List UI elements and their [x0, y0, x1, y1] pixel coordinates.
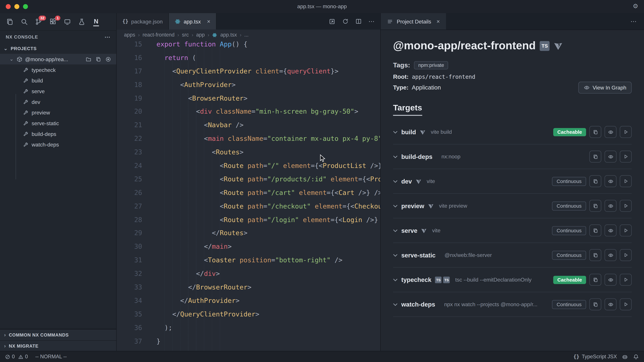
breadcrumb-item[interactable]: apps [124, 32, 135, 38]
notifications-bell-icon[interactable] [633, 354, 639, 360]
view-task-button[interactable] [604, 175, 616, 187]
code-line[interactable]: 23 <Routes> [117, 146, 380, 159]
copy-task-button[interactable] [589, 298, 601, 310]
close-tab-icon[interactable]: × [207, 18, 210, 25]
code-line[interactable]: 15export function App() { [117, 40, 380, 51]
target-name[interactable]: build [401, 129, 416, 136]
remote-explorer-icon[interactable] [63, 17, 72, 26]
view-task-button[interactable] [604, 274, 616, 286]
breadcrumb-item[interactable]: ... [244, 32, 249, 38]
code-line[interactable]: 35 </QueryClientProvider> [117, 308, 380, 321]
run-task-button[interactable] [620, 175, 632, 187]
tab-package-json[interactable]: {} package.json [117, 13, 169, 29]
chevron-down-icon[interactable] [393, 303, 398, 306]
run-task-button[interactable] [620, 126, 632, 138]
code-line[interactable]: 24 <Route path="/" element={<ProductList… [117, 159, 380, 173]
settings-gear-icon[interactable]: ⚙ [633, 2, 638, 10]
chevron-down-icon[interactable] [393, 179, 398, 183]
code-line[interactable]: 36 ); [117, 321, 380, 335]
search-icon[interactable] [20, 17, 28, 26]
copy-task-button[interactable] [589, 249, 601, 261]
sidebar-target-item[interactable]: preview [0, 107, 116, 118]
copy-task-button[interactable] [589, 175, 601, 187]
source-control-icon[interactable]: 32 [34, 17, 43, 26]
code-line[interactable]: 37} [117, 335, 380, 348]
run-task-button[interactable] [620, 249, 632, 261]
code-line[interactable]: 33 </BrowserRouter> [117, 281, 380, 294]
code-line[interactable]: 28 <Route path="/login" element={<Login … [117, 213, 380, 227]
run-task-button[interactable] [620, 274, 632, 286]
code-line[interactable]: 26 <Route path="/cart" element={<Cart />… [117, 186, 380, 200]
target-name[interactable]: preview [401, 202, 424, 209]
refresh-icon[interactable] [342, 18, 349, 25]
code-line[interactable]: 27 <Route path="/checkout" element={<Che… [117, 200, 380, 213]
problems-indicator[interactable]: 0 0 [5, 354, 28, 360]
code-line[interactable]: 22 <main className="container mx-auto px… [117, 132, 380, 146]
vim-mode-indicator[interactable]: -- NORMAL -- [35, 354, 67, 360]
breadcrumb-item[interactable]: src [182, 32, 189, 38]
breadcrumb-item[interactable]: app.tsx [220, 32, 237, 38]
run-task-button[interactable] [620, 298, 632, 310]
panel-more-icon[interactable]: ⋯ [104, 34, 110, 40]
view-in-graph-button[interactable]: View In Graph [578, 82, 632, 93]
code-line[interactable]: 34 </AuthProvider> [117, 294, 380, 308]
split-editor-icon[interactable] [355, 18, 362, 25]
open-editors-icon[interactable] [328, 18, 336, 25]
tree-item-project[interactable]: ⌄ @mono-app/rea... [0, 54, 116, 64]
sidebar-target-item[interactable]: serve [0, 86, 116, 96]
copy-task-button[interactable] [589, 274, 601, 286]
target-name[interactable]: serve [401, 227, 418, 234]
section-nx-migrate[interactable]: › NX MIGRATE [0, 340, 116, 351]
copy-task-button[interactable] [589, 225, 601, 237]
code-line[interactable]: 19 <BrowserRouter> [117, 92, 380, 105]
target-name[interactable]: typecheck [401, 276, 432, 283]
view-task-button[interactable] [604, 151, 616, 163]
run-task-button[interactable] [620, 200, 632, 212]
explorer-icon[interactable] [6, 17, 14, 26]
view-task-button[interactable] [604, 200, 616, 212]
tab-project-details[interactable]: Project Details × [381, 13, 446, 29]
sidebar-target-item[interactable]: watch-deps [0, 139, 116, 150]
view-task-button[interactable] [604, 126, 616, 138]
code-line[interactable]: 32 </div> [117, 267, 380, 281]
code-line[interactable]: 30 </main> [117, 240, 380, 254]
chevron-down-icon[interactable] [393, 229, 398, 232]
sidebar-target-item[interactable]: dev [0, 96, 116, 107]
chevron-down-icon[interactable] [393, 155, 398, 158]
sidebar-target-item[interactable]: build-deps [0, 129, 116, 139]
target-name[interactable]: build-deps [401, 153, 432, 160]
code-line[interactable]: 16 return ( [117, 51, 380, 65]
breadcrumb-item[interactable]: react-frontend [142, 32, 174, 38]
target-name[interactable]: watch-deps [401, 301, 435, 308]
target-name[interactable]: serve-static [401, 252, 436, 259]
folder-icon[interactable] [85, 56, 92, 62]
run-task-button[interactable] [620, 225, 632, 237]
run-task-button[interactable] [620, 151, 632, 163]
section-common-nx-commands[interactable]: › COMMON NX COMMANDS [0, 329, 116, 340]
code-line[interactable]: 29 </Routes> [117, 227, 380, 240]
target-icon[interactable] [105, 56, 111, 62]
tab-app-tsx[interactable]: app.tsx × [169, 13, 216, 29]
chevron-down-icon[interactable] [393, 253, 398, 257]
chevron-down-icon[interactable] [393, 204, 398, 207]
sidebar-target-item[interactable]: typecheck [0, 64, 116, 75]
code-line[interactable]: 31 <Toaster position="bottom-right" /> [117, 254, 380, 267]
testing-beaker-icon[interactable] [78, 17, 86, 26]
more-actions-icon[interactable]: ⋯ [368, 17, 375, 25]
sidebar-target-item[interactable]: serve-static [0, 118, 116, 129]
code-line[interactable]: 18 <AuthProvider> [117, 78, 380, 92]
view-task-button[interactable] [604, 298, 616, 310]
nx-console-icon[interactable]: N [92, 17, 100, 26]
more-actions-icon[interactable]: ⋯ [630, 17, 644, 25]
extensions-icon[interactable]: 1 [49, 17, 57, 26]
tree-section-projects[interactable]: ⌄ PROJECTS [0, 43, 116, 54]
view-task-button[interactable] [604, 249, 616, 261]
code-line[interactable]: 21 <Navbar /> [117, 119, 380, 132]
copy-icon[interactable] [95, 56, 102, 62]
copilot-icon[interactable] [622, 354, 628, 360]
code-line[interactable]: 20 <div className="min-h-screen bg-gray-… [117, 105, 380, 119]
copy-task-button[interactable] [589, 151, 601, 163]
copy-task-button[interactable] [589, 126, 601, 138]
language-mode-indicator[interactable]: {} TypeScript JSX [574, 354, 617, 360]
copy-task-button[interactable] [589, 200, 601, 212]
